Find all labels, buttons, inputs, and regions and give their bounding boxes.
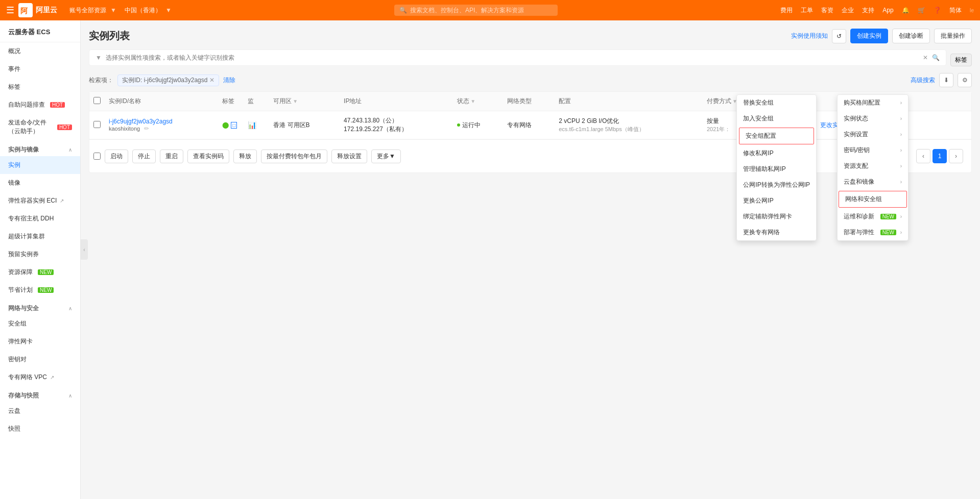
- sub-menu-password[interactable]: 密码/密钥 ›: [838, 142, 908, 158]
- next-page-button[interactable]: ›: [949, 149, 963, 163]
- sidebar-item-keypair[interactable]: 密钥对: [0, 351, 80, 368]
- sidebar-item-troubleshoot[interactable]: 自助问题排查 HOT: [0, 96, 80, 114]
- release-settings-button[interactable]: 释放设置: [331, 149, 367, 163]
- page-1-button[interactable]: 1: [933, 149, 947, 163]
- filter-bar[interactable]: ▼ ✕ 🔍: [89, 49, 946, 66]
- instance-name-edit-icon[interactable]: ✏: [144, 125, 149, 132]
- menu-item-change-vpc[interactable]: 更换专有网络: [737, 224, 816, 240]
- settings-button[interactable]: ⚙: [958, 73, 972, 87]
- nav-sales[interactable]: 客资: [821, 6, 833, 15]
- create-diagnosis-button[interactable]: 创建诊断: [892, 29, 930, 43]
- stop-button[interactable]: 停止: [132, 149, 156, 163]
- bottom-select-checkbox[interactable]: [93, 153, 101, 160]
- monitor-icon[interactable]: 📊: [248, 121, 256, 129]
- nav-support[interactable]: 支持: [862, 6, 874, 15]
- menu-item-ip-to-eip[interactable]: 公网IP转换为弹性公网IP: [737, 177, 816, 193]
- sidebar-item-resource[interactable]: 资源保障 NEW: [0, 263, 80, 281]
- sidebar-item-eni[interactable]: 弹性网卡: [0, 333, 80, 351]
- start-button[interactable]: 启动: [105, 149, 128, 163]
- nav-fee[interactable]: 费用: [780, 6, 793, 15]
- th-monitor-label: 监: [248, 97, 254, 105]
- select-all-checkbox[interactable]: [93, 97, 101, 104]
- section-collapse-network[interactable]: ∧: [68, 306, 72, 311]
- menu-item-modify-ip[interactable]: 修改私网IP: [737, 145, 816, 161]
- region-text[interactable]: 中国（香港）: [125, 6, 161, 15]
- tag-green-icon[interactable]: ⬤: [222, 121, 229, 129]
- sidebar-item-vpc[interactable]: 专有网络 VPC ↗: [0, 368, 80, 386]
- sidebar-item-ddh[interactable]: 专有宿主机 DDH: [0, 210, 80, 228]
- global-search-bar[interactable]: 🔍: [394, 5, 558, 16]
- menu-item-change-public-ip[interactable]: 更换公网IP: [737, 193, 816, 209]
- sub-menu-buy-config[interactable]: 购买格间配置 ›: [838, 95, 908, 111]
- release-button[interactable]: 释放: [233, 149, 257, 163]
- menu-item-manage-aux-ip[interactable]: 管理辅助私网IP: [737, 161, 816, 177]
- sub-menu-deploy[interactable]: 部署与弹性 NEW ›: [838, 224, 908, 240]
- nav-app[interactable]: App: [882, 7, 893, 14]
- filter-clear-icon[interactable]: ✕: [923, 54, 928, 61]
- sub-menu-disk-image[interactable]: 云盘和镜像 ›: [838, 174, 908, 190]
- filter-search-icon[interactable]: 🔍: [932, 54, 940, 61]
- restart-button[interactable]: 重启: [160, 149, 183, 163]
- nav-left: ☰ 阿 阿里云 账号全部资源 ▼ 中国（香港） ▼: [6, 3, 172, 17]
- account-text[interactable]: 账号全部资源: [69, 6, 106, 15]
- global-search-input[interactable]: [410, 7, 553, 14]
- section-collapse-storage[interactable]: ∧: [68, 393, 72, 398]
- sidebar-item-eci[interactable]: 弹性容器实例 ECI ↗: [0, 192, 80, 210]
- section-collapse-instance[interactable]: ∧: [68, 147, 72, 153]
- advanced-search-link[interactable]: 高级搜索: [911, 76, 935, 85]
- sidebar-item-reserved[interactable]: 预留实例券: [0, 245, 80, 263]
- th-tags-label: 标签: [222, 97, 234, 105]
- nav-notification[interactable]: 🔔: [902, 7, 910, 14]
- nav-help[interactable]: ❓: [934, 7, 941, 14]
- row-checkbox[interactable]: [93, 121, 101, 128]
- tag-filter-button[interactable]: 标签: [950, 54, 972, 66]
- sidebar-item-sg[interactable]: 安全组: [0, 315, 80, 333]
- sidebar-item-instance[interactable]: 实例: [0, 156, 80, 174]
- th-zone-sort[interactable]: ▼: [293, 98, 298, 104]
- th-status-sort[interactable]: ▼: [470, 98, 475, 104]
- sub-menu-instance-settings[interactable]: 实例设置 ›: [838, 127, 908, 142]
- create-instance-button[interactable]: 创建实例: [850, 29, 888, 43]
- tag-blue-icon[interactable]: □: [231, 122, 237, 129]
- sidebar-item-image[interactable]: 镜像: [0, 174, 80, 192]
- download-button[interactable]: ⬇: [939, 73, 953, 87]
- clear-all-filters[interactable]: 清除: [223, 76, 235, 85]
- nav-user[interactable]: 简体: [949, 6, 962, 15]
- pay-by-month-button[interactable]: 按最付费转包年包月: [261, 149, 327, 163]
- sidebar-item-hpc[interactable]: 超级计算集群: [0, 228, 80, 245]
- nav-cart[interactable]: 🛒: [918, 7, 925, 14]
- sidebar-item-events[interactable]: 事件: [0, 60, 80, 78]
- nav-ticket[interactable]: 工单: [801, 6, 813, 15]
- menu-item-join-sg[interactable]: 加入安全组: [737, 111, 816, 127]
- menu-item-bind-eni[interactable]: 绑定辅助弹性网卡: [737, 209, 816, 224]
- sub-menu-instance-status[interactable]: 实例状态 ›: [838, 111, 908, 127]
- hamburger-menu[interactable]: ☰: [6, 5, 14, 16]
- sidebar-item-disk[interactable]: 云盘: [0, 402, 80, 420]
- sidebar-item-overview[interactable]: 概况: [0, 42, 80, 60]
- sub-context-menu: 购买格间配置 › 实例状态 › 实例设置 › 密码/密钥 › 资源支配 › 云盘…: [837, 94, 909, 241]
- menu-item-replace-sg[interactable]: 替换安全组: [737, 95, 816, 111]
- refresh-button[interactable]: ↺: [832, 29, 846, 43]
- filter-tag-close[interactable]: ✕: [209, 77, 214, 84]
- sidebar-item-tags[interactable]: 标签: [0, 78, 80, 96]
- filter-input[interactable]: [106, 54, 919, 61]
- sidebar-toggle[interactable]: ‹: [81, 239, 88, 260]
- more-bottom-button[interactable]: 更多▼: [371, 149, 401, 163]
- sub-menu-resource[interactable]: 资源支配 ›: [838, 158, 908, 174]
- instance-id-link[interactable]: i-j6c9ujgf2jw0a3y2agsd: [109, 118, 173, 125]
- sidebar-item-snapshot[interactable]: 快照: [0, 420, 80, 438]
- batch-ops-button[interactable]: 批量操作: [934, 29, 972, 43]
- sidebar-item-saving[interactable]: 节省计划 NEW: [0, 281, 80, 299]
- view-details-button[interactable]: 查看实例码: [187, 149, 229, 163]
- nav-enterprise[interactable]: 企业: [842, 6, 854, 15]
- user-avatar[interactable]: Ie: [970, 8, 974, 13]
- region-dropdown-icon[interactable]: ▼: [165, 7, 172, 14]
- usage-guide-link[interactable]: 实例使用须知: [791, 32, 828, 40]
- account-dropdown-icon[interactable]: ▼: [110, 7, 116, 14]
- logo[interactable]: 阿 阿里云: [18, 3, 57, 17]
- prev-page-button[interactable]: ‹: [916, 149, 930, 163]
- sidebar-item-assistant[interactable]: 发送命令/文件（云助手） HOT: [0, 114, 80, 140]
- sub-menu-ops[interactable]: 运维和诊新 NEW ›: [838, 209, 908, 224]
- menu-item-sg-config[interactable]: 安全组配置: [739, 128, 814, 144]
- sub-menu-network-sg[interactable]: 网络和安全组: [839, 191, 907, 208]
